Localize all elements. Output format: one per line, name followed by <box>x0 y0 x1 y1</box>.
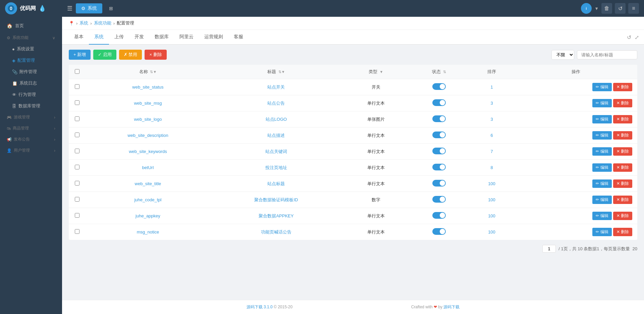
sidebar-item-syslog[interactable]: 📋 系统日志 <box>0 77 62 89</box>
tab-aliyun[interactable]: 阿里云 <box>174 30 199 45</box>
row-checkbox[interactable] <box>75 229 79 234</box>
toggle-status[interactable] <box>432 99 446 106</box>
row-title-link[interactable]: 站点LOGO <box>266 117 287 122</box>
toggle-status[interactable] <box>432 164 446 170</box>
footer-source-link[interactable]: 源码下载 <box>443 305 460 309</box>
row-name-link[interactable]: juhe_appkey <box>136 213 160 218</box>
tab-system[interactable]: 系统 <box>89 30 109 45</box>
sidebar-item-home[interactable]: 🏠 首页 <box>0 19 62 32</box>
row-checkbox[interactable] <box>75 100 79 105</box>
row-sort-link[interactable]: 7 <box>490 149 493 154</box>
edit-button[interactable]: ✏ 编辑 <box>592 212 611 220</box>
fullscreen-icon[interactable]: ⤢ <box>635 34 639 40</box>
tab-upload[interactable]: 上传 <box>109 30 129 45</box>
menu-button[interactable]: ≡ <box>628 3 639 14</box>
edit-button[interactable]: ✏ 编辑 <box>592 163 611 172</box>
delete-row-button[interactable]: ✕ 删除 <box>613 228 632 236</box>
row-title-link[interactable]: 功能页喊话公告 <box>261 229 291 234</box>
avatar-button[interactable]: i <box>581 3 592 14</box>
row-checkbox[interactable] <box>75 197 79 202</box>
tab-database[interactable]: 数据库 <box>149 30 174 45</box>
row-name-link[interactable]: web_site_description <box>127 133 168 138</box>
delete-row-button[interactable]: ✕ 删除 <box>613 147 632 156</box>
enable-button[interactable]: ✓ 启用 <box>93 50 116 60</box>
row-title-link[interactable]: 聚合数据验证码模板ID <box>254 197 298 202</box>
row-name-link[interactable]: web_site_status <box>132 85 163 90</box>
row-sort-link[interactable]: 8 <box>490 165 493 170</box>
row-title-link[interactable]: 站点公告 <box>267 101 285 106</box>
sidebar-item-goods[interactable]: 🛍 商品管理 › <box>0 123 62 134</box>
edit-button[interactable]: ✏ 编辑 <box>592 179 611 188</box>
row-sort-link[interactable]: 100 <box>488 213 495 218</box>
trash-button[interactable]: 🗑 <box>601 3 612 14</box>
edit-button[interactable]: ✏ 编辑 <box>592 131 611 140</box>
row-checkbox[interactable] <box>75 165 79 169</box>
row-name-link[interactable]: web_site_logo <box>134 117 162 122</box>
sidebar-item-game[interactable]: 🎮 游戏管理 › <box>0 112 62 123</box>
sidebar-item-behavior[interactable]: 👁 行为管理 <box>0 89 62 100</box>
delete-row-button[interactable]: ✕ 删除 <box>613 115 632 123</box>
tab-dev[interactable]: 开发 <box>129 30 149 45</box>
row-name-link[interactable]: betUrl <box>142 165 154 170</box>
row-sort-link[interactable]: 1 <box>490 85 493 90</box>
sidebar-item-system-settings[interactable]: ● 系统设置 <box>0 43 62 55</box>
row-title-link[interactable]: 站点关键词 <box>265 149 287 154</box>
row-sort-link[interactable]: 100 <box>488 197 495 202</box>
sidebar-item-config-management[interactable]: ◈ 配置管理 <box>0 55 62 66</box>
toggle-status[interactable] <box>432 212 446 219</box>
search-input[interactable] <box>577 50 637 59</box>
row-checkbox[interactable] <box>75 213 79 218</box>
sidebar-item-attachment[interactable]: 📎 附件管理 <box>0 66 62 77</box>
row-name-link[interactable]: juhe_code_tpl <box>134 197 161 202</box>
toggle-status[interactable] <box>432 196 446 203</box>
row-sort-link[interactable]: 6 <box>490 133 493 138</box>
toggle-status[interactable] <box>432 132 446 138</box>
breadcrumb-system[interactable]: 系统 <box>79 20 88 26</box>
row-sort-link[interactable]: 100 <box>488 229 495 234</box>
sidebar-item-users[interactable]: 👤 用户管理 › <box>0 145 62 156</box>
edit-button[interactable]: ✏ 编辑 <box>592 115 611 123</box>
tab-basic[interactable]: 基本 <box>69 30 89 45</box>
select-all-checkbox[interactable] <box>75 69 79 74</box>
delete-button[interactable]: × 删除 <box>145 50 166 60</box>
add-button[interactable]: + 新增 <box>69 50 91 60</box>
row-name-link[interactable]: web_site_msg <box>134 101 162 106</box>
delete-row-button[interactable]: ✕ 删除 <box>613 131 632 140</box>
refresh-button[interactable]: ↺ <box>615 3 626 14</box>
row-checkbox[interactable] <box>75 84 79 89</box>
toggle-status[interactable] <box>432 180 446 187</box>
row-title-link[interactable]: 站点标题 <box>267 181 285 186</box>
disable-button[interactable]: ✗ 禁用 <box>119 50 142 60</box>
row-sort-link[interactable]: 3 <box>490 101 493 106</box>
row-name-link[interactable]: msg_notice <box>137 229 159 234</box>
top-nav-grid[interactable]: ⊞ <box>104 4 118 13</box>
row-name-link[interactable]: web_site_title <box>135 181 161 186</box>
edit-button[interactable]: ✏ 编辑 <box>592 196 611 204</box>
row-title-link[interactable]: 投注页地址 <box>265 165 287 170</box>
row-checkbox[interactable] <box>75 181 79 186</box>
toggle-status[interactable] <box>432 83 446 90</box>
page-number-input[interactable] <box>542 245 556 253</box>
row-sort-link[interactable]: 3 <box>490 117 493 122</box>
footer-link[interactable]: 源码下载 3.1.0 <box>247 305 273 309</box>
tab-customer[interactable]: 客服 <box>228 30 249 45</box>
row-title-link[interactable]: 站点描述 <box>267 133 285 138</box>
edit-button[interactable]: ✏ 编辑 <box>592 147 611 156</box>
edit-button[interactable]: ✏ 编辑 <box>592 228 611 236</box>
refresh-tab-icon[interactable]: ↺ <box>627 34 631 40</box>
avatar-dropdown-icon[interactable]: ▼ <box>594 6 599 11</box>
toggle-status[interactable] <box>432 115 446 122</box>
sidebar-item-database[interactable]: 🗄 数据库管理 <box>0 100 62 112</box>
tab-operation[interactable]: 运营规则 <box>199 30 228 45</box>
toggle-status[interactable] <box>432 148 446 154</box>
row-name-link[interactable]: web_site_keywords <box>129 149 167 154</box>
delete-row-button[interactable]: ✕ 删除 <box>613 99 632 107</box>
row-sort-link[interactable]: 100 <box>488 181 495 186</box>
row-checkbox[interactable] <box>75 149 79 153</box>
delete-row-button[interactable]: ✕ 删除 <box>613 212 632 220</box>
delete-row-button[interactable]: ✕ 删除 <box>613 179 632 188</box>
edit-button[interactable]: ✏ 编辑 <box>592 83 611 91</box>
hamburger-icon[interactable]: ☰ <box>67 5 72 12</box>
toggle-status[interactable] <box>432 228 446 235</box>
delete-row-button[interactable]: ✕ 删除 <box>613 163 632 172</box>
